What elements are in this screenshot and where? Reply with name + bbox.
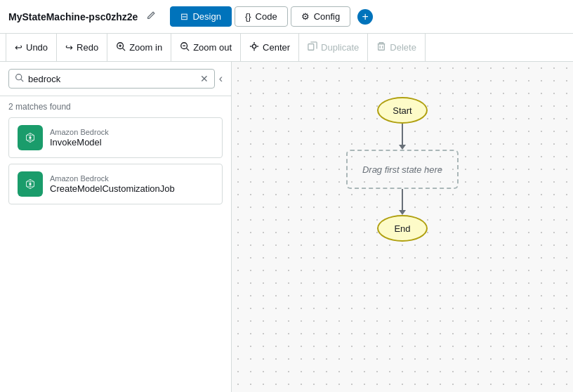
zoom-out-label: Zoom out	[193, 42, 232, 53]
config-tab-icon: ⚙	[301, 11, 310, 22]
drag-state-node[interactable]: Drag first state here	[346, 150, 459, 189]
config-tab-label: Config	[314, 11, 341, 22]
design-tab-icon: ⊟	[180, 11, 188, 22]
end-node: End	[377, 215, 428, 242]
code-tab-label: Code	[256, 11, 277, 22]
result-text-1: Amazon Bedrock InvokeModel	[50, 128, 109, 148]
zoom-in-icon	[116, 41, 126, 53]
search-row: ✕ ‹	[0, 62, 231, 96]
arrow-head-2	[399, 210, 406, 215]
redo-button[interactable]: ↪ Redo	[57, 34, 107, 61]
delete-label: Delete	[390, 42, 416, 53]
edit-icon[interactable]	[146, 11, 156, 22]
bedrock-icon-2	[18, 171, 43, 197]
zoom-out-icon	[180, 41, 190, 53]
undo-icon: ↩	[15, 42, 22, 53]
bedrock-icon-1	[18, 125, 43, 150]
svg-line-3	[123, 48, 126, 51]
zoom-in-button[interactable]: Zoom in	[107, 34, 171, 61]
design-tab-label: Design	[192, 11, 220, 22]
arrow-head	[399, 145, 406, 150]
arrow-line	[402, 124, 403, 145]
undo-button[interactable]: ↩ Undo	[6, 34, 57, 61]
search-box: ✕	[8, 69, 215, 89]
svg-line-17	[21, 79, 23, 81]
duplicate-label: Duplicate	[321, 42, 359, 53]
center-icon	[249, 41, 259, 53]
center-label: Center	[263, 42, 290, 53]
duplicate-icon	[308, 41, 317, 53]
toolbar: ↩ Undo ↪ Redo Zoom in Zoom out Center Du…	[0, 34, 573, 62]
app-title: MyStateMachine-psc0zhz2e	[8, 11, 138, 22]
left-panel: ✕ ‹ 2 matches found A	[0, 62, 232, 392]
tab-group: ⊟ Design {} Code ⚙ Config	[170, 6, 350, 27]
arrow-2	[399, 189, 406, 215]
svg-point-19	[29, 136, 31, 138]
add-tab-button[interactable]: +	[357, 9, 373, 25]
main-content: ✕ ‹ 2 matches found A	[0, 62, 573, 392]
delete-icon	[376, 41, 386, 53]
zoom-in-label: Zoom in	[129, 42, 162, 53]
svg-line-6	[187, 48, 190, 51]
svg-point-16	[16, 74, 22, 80]
svg-rect-12	[308, 44, 314, 51]
search-input[interactable]	[28, 74, 196, 84]
search-icon	[15, 73, 24, 84]
flow-canvas[interactable]: Start Drag first state here End	[232, 62, 573, 392]
arrow-1	[399, 124, 406, 150]
top-bar: MyStateMachine-psc0zhz2e ⊟ Design {} Cod…	[0, 0, 573, 34]
zoom-out-button[interactable]: Zoom out	[171, 34, 241, 61]
center-button[interactable]: Center	[241, 34, 299, 61]
matches-label: 2 matches found	[0, 96, 231, 117]
redo-icon: ↪	[65, 42, 73, 53]
arrow-line-2	[402, 189, 403, 210]
tab-code[interactable]: {} Code	[235, 6, 288, 27]
flow-diagram: Start Drag first state here End	[346, 97, 459, 242]
start-node: Start	[377, 97, 428, 124]
result-category-1: Amazon Bedrock	[50, 128, 109, 136]
svg-point-21	[29, 183, 31, 185]
svg-rect-13	[378, 44, 385, 51]
list-item[interactable]: Amazon Bedrock InvokeModel	[8, 117, 223, 158]
undo-label: Undo	[26, 42, 48, 53]
duplicate-button[interactable]: Duplicate	[299, 34, 368, 61]
list-item[interactable]: Amazon Bedrock CreateModelCustomizationJ…	[8, 164, 223, 204]
code-tab-icon: {}	[245, 11, 251, 22]
results-list: Amazon Bedrock InvokeModel	[0, 117, 231, 204]
result-text-2: Amazon Bedrock CreateModelCustomizationJ…	[50, 174, 175, 194]
result-name-2: CreateModelCustomizationJob	[50, 183, 175, 194]
delete-button[interactable]: Delete	[368, 34, 426, 61]
collapse-panel-button[interactable]: ‹	[219, 72, 223, 85]
svg-point-7	[252, 44, 256, 48]
tab-config[interactable]: ⚙ Config	[291, 6, 351, 27]
result-name-1: InvokeModel	[50, 137, 109, 148]
result-category-2: Amazon Bedrock	[50, 174, 175, 183]
clear-search-button[interactable]: ✕	[200, 74, 209, 84]
tab-design[interactable]: ⊟ Design	[170, 6, 231, 27]
redo-label: Redo	[77, 42, 98, 53]
